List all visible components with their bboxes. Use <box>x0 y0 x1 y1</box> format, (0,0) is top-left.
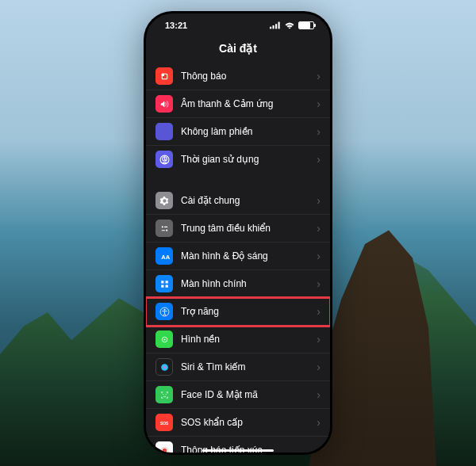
status-bar: 13:21 <box>146 13 330 37</box>
settings-row-man-hinh-sang[interactable]: AAMàn hình & Độ sáng› <box>146 243 330 270</box>
row-label: Trung tâm điều khiển <box>181 223 317 234</box>
chevron-right-icon: › <box>317 333 321 346</box>
accessibility-icon <box>155 303 173 320</box>
svg-point-10 <box>166 229 167 231</box>
svg-rect-1 <box>273 25 274 29</box>
dnd-icon <box>155 123 173 140</box>
svg-rect-14 <box>165 281 167 283</box>
phone-screen: 13:21 Cài đặt Thông báo›Âm thanh & Cảm ứ… <box>146 13 330 453</box>
row-label: Face ID & Mật mã <box>181 389 317 400</box>
status-time: 13:21 <box>165 21 187 30</box>
settings-row-tro-nang[interactable]: Trợ năng› <box>146 298 330 326</box>
settings-row-trung-tam[interactable]: Trung tâm điều khiển› <box>146 215 330 243</box>
svg-text:SOS: SOS <box>160 422 169 426</box>
sounds-icon <box>155 95 173 113</box>
wallpaper-icon <box>155 330 173 348</box>
row-label: Thông báo <box>181 71 317 82</box>
wifi-icon <box>284 21 295 29</box>
row-label: Siri & Tìm kiếm <box>181 361 317 372</box>
svg-rect-13 <box>161 281 163 283</box>
general-icon <box>155 192 173 209</box>
row-label: SOS khẩn cấp <box>181 417 317 428</box>
svg-rect-0 <box>270 27 271 29</box>
settings-row-man-hinh-chinh[interactable]: Màn hình chính› <box>146 270 330 298</box>
chevron-right-icon: › <box>317 97 321 110</box>
settings-row-thoi-gian[interactable]: Thời gian sử dụng› <box>146 146 330 173</box>
exposure-icon <box>155 441 173 453</box>
settings-row-am-thanh[interactable]: Âm thanh & Cảm ứng› <box>146 90 330 118</box>
screentime-icon <box>155 151 173 168</box>
settings-row-sos[interactable]: SOSSOS khẩn cấp› <box>146 409 330 437</box>
row-label: Màn hình chính <box>181 278 317 289</box>
chevron-right-icon: › <box>317 305 321 318</box>
home-icon <box>155 275 173 292</box>
battery-icon <box>298 21 314 29</box>
row-label: Không làm phiền <box>181 126 317 137</box>
home-indicator[interactable] <box>202 449 274 452</box>
chevron-right-icon: › <box>317 388 321 401</box>
settings-row-cai-dat-chung[interactable]: Cài đặt chung› <box>146 187 330 215</box>
chevron-right-icon: › <box>317 153 321 166</box>
chevron-right-icon: › <box>317 125 321 138</box>
settings-group: Thông báo›Âm thanh & Cảm ứng›Không làm p… <box>146 63 330 173</box>
svg-point-23 <box>165 393 166 394</box>
row-label: Hình nền <box>181 334 317 345</box>
settings-list[interactable]: Thông báo›Âm thanh & Cảm ứng›Không làm p… <box>146 63 330 453</box>
svg-point-18 <box>163 308 165 310</box>
svg-point-21 <box>161 364 168 371</box>
svg-rect-5 <box>161 73 163 75</box>
settings-row-khong-lam-phien[interactable]: Không làm phiền› <box>146 118 330 146</box>
svg-rect-9 <box>163 226 167 227</box>
svg-rect-3 <box>278 22 280 29</box>
display-icon: AA <box>155 247 173 265</box>
chevron-right-icon: › <box>317 250 321 262</box>
settings-row-thong-bao[interactable]: Thông báo› <box>146 63 330 90</box>
settings-row-hinh-nen[interactable]: Hình nền› <box>146 326 330 353</box>
sos-icon: SOS <box>155 414 173 431</box>
svg-rect-11 <box>161 230 164 231</box>
notifications-icon <box>155 67 173 85</box>
row-label: Màn hình & Độ sáng <box>181 250 317 262</box>
row-label: Âm thanh & Cảm ứng <box>181 98 317 109</box>
settings-row-face-id[interactable]: Face ID & Mật mã› <box>146 381 330 409</box>
control-icon <box>155 220 173 237</box>
chevron-right-icon: › <box>317 222 321 235</box>
svg-rect-16 <box>165 285 167 287</box>
svg-rect-15 <box>161 285 163 287</box>
row-label: Thời gian sử dụng <box>181 154 317 165</box>
chevron-right-icon: › <box>317 70 321 82</box>
faceid-icon <box>155 386 173 403</box>
page-title: Cài đặt <box>146 37 330 63</box>
svg-rect-6 <box>162 162 166 163</box>
svg-point-20 <box>163 338 165 340</box>
chevron-right-icon: › <box>317 361 321 373</box>
siri-icon <box>155 358 173 376</box>
svg-point-8 <box>161 226 163 227</box>
svg-point-22 <box>163 393 163 394</box>
settings-group: Cài đặt chung›Trung tâm điều khiển›AAMàn… <box>146 187 330 453</box>
chevron-right-icon: › <box>317 416 321 429</box>
status-indicators <box>270 21 314 29</box>
row-label: Cài đặt chung <box>181 195 317 206</box>
chevron-right-icon: › <box>317 277 321 290</box>
chevron-right-icon: › <box>317 194 321 207</box>
svg-point-25 <box>162 448 166 452</box>
svg-text:AA: AA <box>161 253 170 260</box>
settings-row-siri[interactable]: Siri & Tìm kiếm› <box>146 353 330 381</box>
phone-frame: 13:21 Cài đặt Thông báo›Âm thanh & Cảm ứ… <box>144 11 332 455</box>
svg-rect-2 <box>275 24 277 29</box>
signal-icon <box>270 21 281 29</box>
row-label: Trợ năng <box>181 306 317 317</box>
